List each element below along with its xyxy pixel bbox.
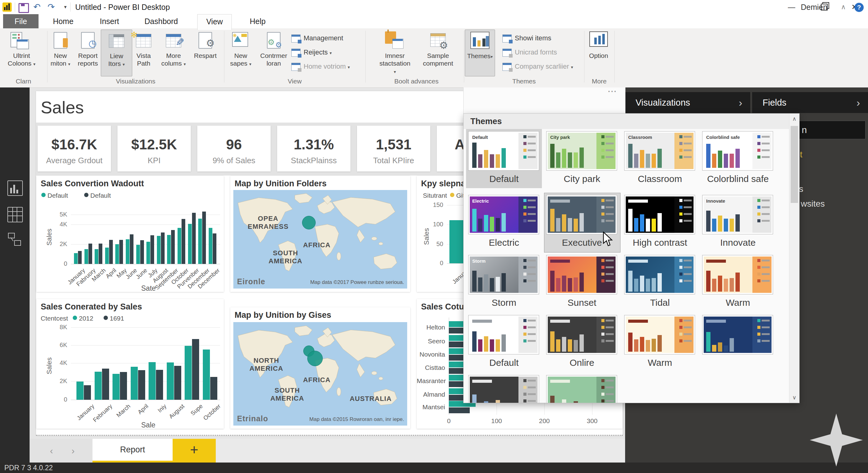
bar[interactable] bbox=[213, 233, 216, 264]
menu-tab-view[interactable]: View bbox=[197, 14, 232, 30]
kpi-card[interactable]: $16.7KAverage Grdout bbox=[38, 126, 111, 171]
theme-tile-partial[interactable] bbox=[702, 315, 774, 369]
kpi-card[interactable]: $12.5KKPI bbox=[118, 126, 191, 171]
ribbon-toggle-showi-items[interactable]: Showi items bbox=[502, 33, 552, 43]
bar[interactable] bbox=[89, 244, 92, 264]
chevron-right-icon[interactable]: › bbox=[857, 92, 860, 113]
bar[interactable] bbox=[126, 239, 129, 264]
map-area[interactable]: NORTH AMERICASOUTH AMERICAAFRICAAUSTRALI… bbox=[233, 322, 407, 426]
bar[interactable] bbox=[202, 211, 206, 264]
data-view-icon[interactable] bbox=[7, 207, 23, 222]
theme-tile-city-park[interactable]: City parkCity park bbox=[546, 131, 618, 185]
help-icon[interactable]: ? bbox=[855, 3, 864, 12]
bar[interactable] bbox=[449, 335, 465, 341]
next-page-icon[interactable]: › bbox=[71, 439, 74, 463]
bar[interactable] bbox=[167, 235, 171, 264]
bar[interactable] bbox=[150, 235, 154, 264]
bar[interactable] bbox=[105, 247, 109, 264]
report-view-icon[interactable] bbox=[7, 180, 23, 196]
theme-tile-innovate[interactable]: InnovateInnovate bbox=[702, 195, 774, 249]
ribbon-button-report[interactable]: ◷Reportreports bbox=[72, 30, 103, 76]
theme-tile-onlire[interactable]: Onlire bbox=[546, 315, 618, 369]
bar[interactable] bbox=[113, 374, 120, 400]
bar[interactable] bbox=[147, 242, 150, 264]
theme-tile-warm[interactable]: Warm bbox=[702, 255, 774, 309]
chevron-right-icon[interactable]: › bbox=[739, 92, 742, 113]
ribbon-button-option[interactable]: Option bbox=[583, 30, 614, 76]
bar[interactable] bbox=[109, 240, 113, 264]
bar[interactable] bbox=[84, 385, 91, 400]
model-view-icon[interactable] bbox=[7, 232, 22, 246]
kpi-card[interactable]: 1,531Total KPIire bbox=[357, 126, 430, 171]
menu-tab-insert[interactable]: Insert bbox=[92, 14, 126, 28]
bar[interactable] bbox=[130, 234, 133, 264]
undo-icon[interactable]: ↶ bbox=[31, 1, 43, 13]
bar[interactable] bbox=[120, 372, 127, 400]
chart-sales-conerated[interactable]: Sales Conerated by SalesCtentcest2012169… bbox=[36, 299, 224, 429]
prev-page-icon[interactable]: ‹ bbox=[50, 439, 53, 463]
theme-tile-warm[interactable]: Warm bbox=[624, 315, 696, 369]
redo-icon[interactable]: ↷ bbox=[45, 1, 57, 13]
map-unition-gises[interactable]: Map by Unition by Gises NORTH AMERICASOU… bbox=[230, 307, 410, 429]
bar[interactable] bbox=[156, 370, 163, 400]
bar[interactable] bbox=[182, 219, 185, 264]
bar[interactable] bbox=[192, 339, 199, 400]
ribbon-button-new[interactable]: Newmiton ▾ bbox=[45, 30, 76, 76]
menu-tab-home[interactable]: Home bbox=[46, 14, 80, 28]
theme-tile-colorblind-safe[interactable]: Colorblind safeColorblind safe bbox=[702, 131, 774, 185]
bar[interactable] bbox=[449, 341, 463, 347]
ribbon-button-more[interactable]: ✎Morecolums ▾ bbox=[158, 30, 189, 76]
ribbon-toggle-management[interactable]: Management bbox=[291, 33, 343, 43]
ribbon-button-vista[interactable]: ✻VistaPath bbox=[128, 30, 159, 76]
bar[interactable] bbox=[115, 244, 119, 264]
bar[interactable] bbox=[449, 362, 465, 367]
tab-report[interactable]: Report bbox=[92, 439, 173, 463]
visualizations-panel-header[interactable]: Visualizations › bbox=[625, 92, 750, 113]
ribbon-toggle-reijects[interactable]: Reijects ▾ bbox=[291, 47, 332, 57]
theme-tile-storm[interactable]: StormStorm bbox=[468, 255, 540, 309]
ribbon-button-liew[interactable]: LiewItors ▾ bbox=[101, 30, 132, 76]
bar[interactable] bbox=[85, 249, 88, 264]
bar[interactable] bbox=[157, 236, 161, 264]
map-data-bubble[interactable] bbox=[307, 351, 323, 366]
bar[interactable] bbox=[198, 218, 202, 264]
bar[interactable] bbox=[188, 224, 192, 264]
ribbon-button-new[interactable]: ❋Newsapes ▾ bbox=[225, 30, 256, 76]
ribbon-button-contrmer[interactable]: ⚙⚙Contrmerloran bbox=[258, 30, 289, 76]
bar[interactable] bbox=[119, 240, 123, 264]
bar[interactable] bbox=[449, 321, 465, 327]
bar[interactable] bbox=[102, 369, 109, 400]
bar[interactable] bbox=[140, 240, 144, 264]
bar[interactable] bbox=[171, 230, 175, 264]
bar[interactable] bbox=[449, 368, 463, 374]
bar[interactable] bbox=[192, 213, 196, 264]
themes-scrollbar[interactable]: ∧ ∨ bbox=[789, 114, 799, 403]
bar[interactable] bbox=[74, 253, 78, 264]
bar[interactable] bbox=[185, 346, 192, 400]
bar[interactable] bbox=[449, 407, 470, 413]
kpi-card[interactable]: 969% of Sales bbox=[197, 126, 271, 171]
scroll-down-icon[interactable]: ∨ bbox=[789, 392, 799, 403]
bar[interactable] bbox=[174, 366, 181, 400]
field-item-fragment[interactable]: wsites bbox=[801, 199, 825, 209]
fields-panel-header[interactable]: Fields › bbox=[752, 92, 868, 113]
bar[interactable] bbox=[167, 363, 174, 400]
theme-tile-partial[interactable] bbox=[468, 375, 540, 403]
bar[interactable] bbox=[76, 381, 84, 400]
drag-handle-icon[interactable]: ⋯ bbox=[608, 86, 617, 96]
bar[interactable] bbox=[449, 375, 465, 381]
bar[interactable] bbox=[95, 249, 98, 264]
bar[interactable] bbox=[449, 381, 463, 387]
theme-tile-default[interactable]: Default bbox=[468, 315, 540, 369]
bar[interactable] bbox=[209, 228, 212, 264]
map-area[interactable]: OPEA EMRANESSAFRICASOUTH AMERICAEironleM… bbox=[233, 190, 407, 289]
bar[interactable] bbox=[161, 233, 164, 264]
bar[interactable] bbox=[99, 244, 102, 264]
menu-tab-dashbord[interactable]: Dashbord bbox=[138, 14, 184, 28]
scroll-up-icon[interactable]: ∧ bbox=[789, 114, 799, 124]
toolbar-options-icon[interactable]: ▾ bbox=[59, 1, 71, 13]
add-page-button[interactable]: + bbox=[173, 439, 216, 463]
bar[interactable] bbox=[449, 388, 465, 394]
ribbon-button-themes[interactable]: Themes▾ bbox=[465, 30, 495, 76]
field-item-fragment[interactable]: s bbox=[799, 184, 803, 194]
